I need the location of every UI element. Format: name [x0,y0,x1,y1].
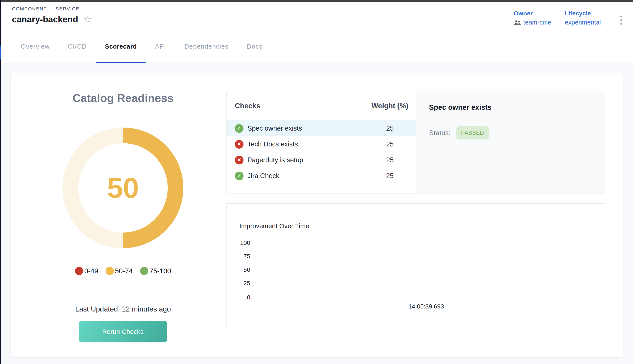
kebab-menu-icon[interactable] [619,15,623,26]
check-circle-icon [235,172,244,180]
table-row[interactable]: Spec owner exists 25 [227,120,416,136]
owner-link[interactable]: team-cme [523,19,551,26]
title-row: canary-backend ☆ [12,14,92,24]
status-row: Status: PASSED [429,126,605,140]
tab-cicd[interactable]: CI/CD [59,30,96,63]
checks-table: Checks Weight (%) Spec owner exists 25 T… [227,91,416,193]
tab-bar: Overview CI/CD Scorecard API Dependencie… [1,30,633,63]
lifecycle-meta: Lifecycle experimental [565,10,601,26]
status-label: Status: [429,129,451,137]
tab-scorecard[interactable]: Scorecard [96,30,146,63]
legend-dot-yellow [106,267,114,275]
tab-docs[interactable]: Docs [238,30,272,63]
y-axis-tick: 100 [233,240,250,246]
entity-header: COMPONENT — SERVICE canary-backend ☆ Own… [1,2,633,30]
x-axis-tick: 14:05:39.693 [394,303,459,310]
check-circle-icon [235,124,244,133]
readiness-gauge: 50 [63,128,183,248]
last-updated-text: Last Updated: 12 minutes ago [11,305,235,313]
scorecard-card: Catalog Readiness 50 0-49 50-74 [11,72,623,357]
window-top-edge [0,0,633,2]
legend-dot-red [75,267,83,275]
status-badge: PASSED [456,126,489,140]
checks-table-header: Checks Weight (%) [227,91,416,120]
page-title: canary-backend [12,14,78,24]
page-background: Catalog Readiness 50 0-49 50-74 [1,63,633,364]
checks-column-header: Checks [235,102,364,110]
x-circle-icon [235,156,244,164]
y-axis-tick: 50 [233,266,250,273]
legend-label: 75-100 [149,267,171,275]
window-left-edge [0,0,1,364]
gauge-column: Catalog Readiness 50 0-49 50-74 [11,72,235,357]
app-window: COMPONENT — SERVICE canary-backend ☆ Own… [0,0,633,364]
active-nav-indicator [0,46,1,60]
lifecycle-label: Lifecycle [565,10,601,17]
legend-label: 50-74 [115,267,133,275]
x-circle-icon [235,140,244,148]
owner-label: Owner [514,10,551,17]
weight-column-header: Weight (%) [364,102,416,110]
rerun-checks-button[interactable]: Rerun Checks [79,321,167,342]
table-row[interactable]: Tech Docs exists 25 [227,136,416,152]
tab-api[interactable]: API [146,30,175,63]
gauge-score: 50 [107,172,139,204]
y-axis-tick: 25 [233,280,250,287]
favorite-star-icon[interactable]: ☆ [83,14,92,24]
check-detail-title: Spec owner exists [429,103,605,112]
legend-item-yellow: 50-74 [106,267,133,275]
lifecycle-value: experimental [565,19,601,26]
legend-dot-green [140,267,148,275]
owner-meta: Owner team-cme [514,10,551,26]
tab-overview[interactable]: Overview [12,30,59,63]
y-axis-tick: 75 [233,253,250,260]
gauge-title: Catalog Readiness [11,92,235,104]
check-detail-panel: Spec owner exists Status: PASSED [416,91,605,193]
y-axis-tick: 0 [233,294,250,301]
gauge-hole: 50 [78,143,168,232]
tab-dependencies[interactable]: Dependencies [175,30,238,63]
users-icon [514,20,521,25]
chart-title: Improvement Over Time [239,222,309,230]
checks-panel: Checks Weight (%) Spec owner exists 25 T… [226,91,605,194]
breadcrumb: COMPONENT — SERVICE [12,6,80,12]
improvement-chart-panel: Improvement Over Time 100 75 50 25 0 14:… [226,203,605,327]
legend-item-red: 0-49 [75,267,98,275]
table-row[interactable]: Jira Check 25 [227,168,416,184]
legend-label: 0-49 [84,267,98,275]
table-row[interactable]: Pagerduty is setup 25 [227,152,416,168]
legend-item-green: 75-100 [140,267,171,275]
owner-value-row[interactable]: team-cme [514,19,551,26]
gauge-legend: 0-49 50-74 75-100 [11,267,235,275]
